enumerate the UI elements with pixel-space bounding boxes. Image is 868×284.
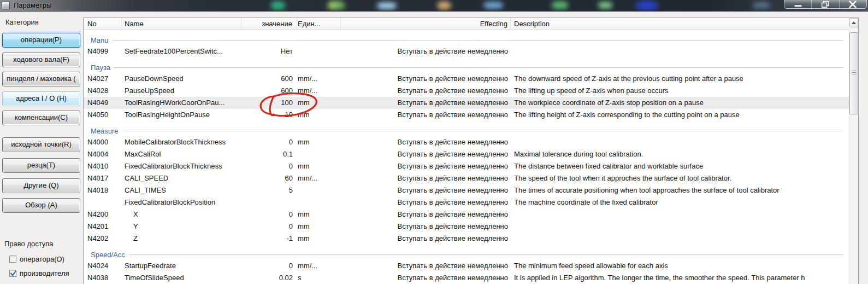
sidebar-button-8[interactable]: Другие (Q) (2, 178, 80, 193)
group-row: Speed/Acc (84, 245, 849, 260)
cell-description: The workpiece coordinate of Z-axis stop … (514, 97, 847, 109)
cell-no: N4000 (87, 136, 122, 148)
glass-blur-artifact (328, 1, 345, 10)
cell-name: ToolRasingHWorkCoorOnPau... (125, 97, 241, 109)
sidebar-button-6[interactable]: исходной точки(R) (2, 137, 80, 152)
cell-value: 0.1 (243, 148, 297, 160)
table-row[interactable]: N4010 FixedCalibratorBlockThickness 0 mm… (84, 160, 849, 172)
sidebar-button-1[interactable]: операции(P) (2, 33, 80, 48)
cell-value: Нет (243, 45, 297, 57)
table-row[interactable]: N4000 MobileCalibratorBlockThickness 0 m… (84, 136, 849, 148)
close-icon (849, 1, 857, 8)
cell-no: N4018 (87, 184, 122, 196)
cell-value: 600 (243, 85, 297, 97)
cell-name: FixedCalibratorBlockPosition (125, 196, 241, 208)
cell-name: MaxCaliRol (125, 148, 241, 160)
restore-button[interactable] (812, 0, 839, 8)
cell-name: PauseUpSpeed (125, 85, 241, 97)
cell-description: The downward speed of Z-axis at the prev… (514, 73, 847, 85)
sidebar-button-3[interactable]: пинделя / маховика ( (2, 72, 80, 86)
table-body: Manu N4099 SetFeedrate100PercentSwitc...… (84, 30, 849, 284)
table-row[interactable]: N4004 MaxCaliRol 0.1 Вступать в действие… (84, 148, 849, 160)
parameters-window: Параметры Категория операции(P)ходового (0, 0, 868, 284)
cell-unit: mm/... (298, 172, 341, 184)
access-rights-label: Право доступа (4, 240, 54, 248)
table-row[interactable]: N4027 PauseDownSpeed 600 mm/... Вступать… (84, 73, 849, 85)
table-row[interactable]: N4017 CALI_SPEED 60 mm/... Вступать в де… (84, 172, 849, 184)
table-row[interactable]: N4202 Z -1 mm Вступать в действие немедл… (84, 233, 849, 245)
cell-no: N4024 (87, 260, 122, 272)
cell-unit: mm (298, 160, 341, 172)
table-row[interactable]: N4200 X 0 mm Вступать в действие немедле… (84, 208, 849, 221)
table-row[interactable]: N4049 ToolRasingHWorkCoorOnPau... 100 mm… (84, 97, 849, 109)
group-row: Пауза (84, 57, 849, 73)
glass-blur-artifact (635, 1, 658, 10)
cell-effecting: Вступать в действие немедленно (341, 208, 511, 221)
checkbox-label: оператора(O) (20, 255, 64, 263)
sidebar-button-9[interactable]: Обзор (A) (2, 198, 80, 213)
glass-blur-artifact (437, 1, 451, 10)
table-row[interactable]: FixedCalibratorBlockPosition Вступать в … (84, 196, 849, 208)
cell-name: Z (125, 233, 241, 245)
title-bar[interactable]: Параметры (0, 0, 868, 11)
cell-no: N4038 (87, 272, 122, 284)
cell-value: 60 (243, 172, 297, 184)
cell-effecting: Вступать в действие немедленно (341, 85, 511, 97)
cell-value: 10 (243, 109, 297, 121)
cell-unit: mm (298, 136, 341, 148)
vertical-scrollbar[interactable] (849, 18, 858, 284)
column-header-unit[interactable]: Един... (298, 18, 341, 30)
cell-effecting: Вступать в действие немедленно (341, 45, 511, 57)
cell-description: Maximal tolerance during tool calibratio… (514, 148, 847, 160)
checkbox-row[interactable]: производителя (9, 269, 69, 277)
cell-name: MobileCalibratorBlockThickness (125, 136, 241, 148)
cell-name: StartupFeedrate (125, 260, 241, 272)
cell-effecting: Вступать в действие немедленно (341, 160, 511, 172)
window-title: Параметры (14, 0, 51, 11)
cell-value: 0 (243, 208, 297, 221)
cell-no: N4202 (87, 233, 122, 245)
table-row[interactable]: N4024 StartupFeedrate 0 mm/... Вступать … (84, 260, 849, 272)
checkbox-checked-icon[interactable] (9, 270, 16, 277)
column-header-name[interactable]: Name (125, 18, 241, 30)
checkbox-unchecked-icon[interactable] (9, 256, 16, 263)
cell-effecting: Вступать в действие немедленно (341, 109, 511, 121)
cell-description: The speed of the tool when it approches … (514, 172, 847, 184)
sidebar-button-5[interactable]: компенсации(C) (2, 111, 80, 125)
column-header-no[interactable]: No (87, 18, 122, 30)
sidebar-button-2[interactable]: ходового вала(F) (2, 53, 80, 67)
cell-unit: mm (298, 221, 341, 233)
scrollbar-up-arrow[interactable] (849, 18, 858, 27)
checkbox-row[interactable]: оператора(O) (9, 255, 64, 263)
column-header-effecting[interactable]: Effecting (341, 18, 511, 30)
table-row[interactable]: N4018 CALI_TIMES 5 Вступать в действие н… (84, 184, 849, 196)
cell-no: N4049 (87, 97, 122, 109)
table-row[interactable]: N4099 SetFeedrate100PercentSwitc... Нет … (84, 45, 849, 57)
table-row[interactable]: N4028 PauseUpSpeed 600 mm/... Вступать в… (84, 85, 849, 97)
sidebar-button-7[interactable]: резца(T) (2, 158, 80, 173)
table-row[interactable]: N4038 TimeOfSlideSpeed 0.02 s Вступать в… (84, 272, 849, 284)
table-row[interactable]: N4201 Y 0 mm Вступать в действие немедле… (84, 221, 849, 233)
scrollbar-thumb[interactable] (849, 32, 858, 114)
column-header-value[interactable]: значение (243, 18, 297, 30)
cell-unit (298, 45, 341, 57)
cell-unit: mm/... (298, 85, 341, 97)
close-button[interactable] (840, 0, 866, 8)
table-row[interactable]: N4050 ToolRasingHeightOnPause 10 mm Всту… (84, 109, 849, 121)
cell-effecting: Вступать в действие немедленно (341, 97, 511, 109)
cell-description (514, 233, 847, 245)
app-icon[interactable] (2, 2, 10, 9)
cell-description: The machine coordinate of the fixed cali… (514, 196, 847, 208)
cell-no: N4050 (87, 109, 122, 121)
cell-effecting: Вступать в действие немедленно (341, 136, 511, 148)
minimize-button[interactable] (784, 0, 812, 8)
cell-unit: mm (298, 109, 341, 121)
cell-unit: mm/... (298, 73, 341, 85)
cell-value: 0 (243, 260, 297, 272)
group-label: Speed/Acc (91, 251, 125, 259)
sidebar-button-4[interactable]: адреса I / O (H) (2, 91, 80, 106)
cell-no: N4099 (87, 45, 122, 57)
cell-description: The distance between fixed calibrator an… (514, 160, 847, 172)
cell-effecting: Вступать в действие немедленно (341, 184, 511, 196)
column-header-description[interactable]: Description (514, 18, 847, 30)
